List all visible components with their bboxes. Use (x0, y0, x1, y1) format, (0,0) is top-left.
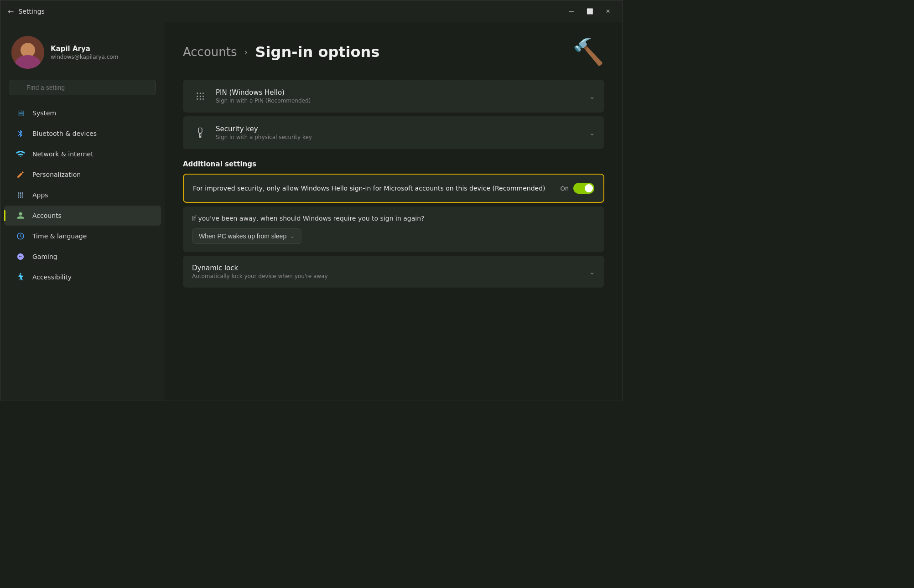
pin-title: PIN (Windows Hello) (216, 88, 582, 97)
sidebar-item-personalization[interactable]: Personalization (4, 165, 161, 185)
svg-point-3 (203, 93, 204, 94)
minimize-button[interactable]: — (564, 6, 579, 17)
windows-hello-card: For improved security, only allow Window… (183, 174, 604, 203)
svg-point-9 (203, 98, 204, 100)
dynamic-lock-row[interactable]: Dynamic lock Automatically lock your dev… (183, 256, 604, 288)
personalization-icon (15, 169, 26, 180)
nav: 🖥 System Bluetooth & devices Network & i… (0, 103, 165, 288)
system-icon: 🖥 (15, 108, 26, 119)
security-key-chevron: ⌄ (589, 129, 595, 137)
close-button[interactable]: ✕ (601, 6, 615, 17)
user-profile: Kapil Arya windows@kapilarya.com (0, 31, 165, 80)
bluetooth-icon (15, 128, 26, 139)
user-email: windows@kapilarya.com (51, 54, 118, 60)
search-input[interactable] (10, 80, 156, 95)
windows-hello-text: For improved security, only allow Window… (193, 184, 553, 193)
away-dropdown-value: When PC wakes up from sleep (199, 232, 286, 240)
security-key-icon (192, 124, 208, 141)
pin-icon (192, 88, 208, 104)
sidebar-label-bluetooth: Bluetooth & devices (32, 130, 97, 137)
svg-point-4 (197, 96, 198, 97)
sidebar-label-apps: Apps (32, 191, 48, 199)
titlebar-left: ← Settings (8, 7, 45, 16)
svg-rect-11 (199, 133, 202, 138)
svg-rect-10 (198, 128, 202, 134)
sidebar-label-gaming: Gaming (32, 253, 57, 260)
pin-subtitle: Sign in with a PIN (Recommended) (216, 98, 582, 104)
toggle-label: On (561, 185, 569, 192)
svg-point-6 (203, 96, 204, 97)
breadcrumb-arrow: › (244, 46, 248, 57)
sidebar-item-accessibility[interactable]: Accessibility (4, 267, 161, 287)
pin-chevron: ⌄ (589, 92, 595, 101)
security-key-card: Security key Sign in with a physical sec… (183, 116, 604, 149)
back-button[interactable]: ← (8, 7, 14, 16)
away-question: If you've been away, when should Windows… (192, 215, 595, 222)
dynamic-lock-card: Dynamic lock Automatically lock your dev… (183, 256, 604, 288)
sidebar-item-bluetooth[interactable]: Bluetooth & devices (4, 124, 161, 144)
sidebar-label-accessibility: Accessibility (32, 273, 72, 281)
security-key-title: Security key (216, 125, 582, 133)
dropdown-arrow-icon: ⌄ (290, 233, 295, 239)
content: Accounts › Sign-in options 🔨 PIN (Window… (165, 22, 623, 401)
dynamic-lock-title: Dynamic lock (192, 264, 582, 272)
pin-text: PIN (Windows Hello) Sign in with a PIN (… (216, 88, 582, 104)
search-wrapper: 🔍 (10, 80, 156, 95)
dynamic-lock-subtitle: Automatically lock your device when you'… (192, 273, 582, 279)
svg-point-5 (200, 96, 201, 97)
sidebar-label-time: Time & language (32, 232, 87, 240)
security-key-row[interactable]: Security key Sign in with a physical sec… (183, 116, 604, 149)
windows-hello-row: For improved security, only allow Window… (184, 175, 603, 202)
sidebar-item-accounts[interactable]: Accounts (4, 206, 161, 226)
apps-icon (15, 190, 26, 201)
sidebar-label-system: System (32, 109, 56, 117)
titlebar-title: Settings (18, 8, 44, 15)
svg-rect-12 (200, 134, 201, 135)
sidebar-label-personalization: Personalization (32, 171, 81, 178)
network-icon (15, 149, 26, 160)
breadcrumb[interactable]: Accounts (183, 45, 237, 59)
svg-point-8 (200, 98, 201, 100)
additional-settings-heading: Additional settings (183, 160, 604, 168)
sidebar-item-apps[interactable]: Apps (4, 185, 161, 205)
sidebar-label-accounts: Accounts (32, 212, 62, 219)
main-layout: Kapil Arya windows@kapilarya.com 🔍 🖥 Sys… (0, 22, 623, 401)
pin-row[interactable]: PIN (Windows Hello) Sign in with a PIN (… (183, 80, 604, 113)
user-name: Kapil Arya (51, 45, 118, 53)
accessibility-icon (15, 272, 26, 283)
dynamic-lock-text: Dynamic lock Automatically lock your dev… (192, 264, 582, 279)
pin-card: PIN (Windows Hello) Sign in with a PIN (… (183, 80, 604, 113)
windows-hello-toggle[interactable] (573, 183, 594, 194)
sidebar-label-network: Network & internet (32, 150, 93, 158)
away-dropdown[interactable]: When PC wakes up from sleep ⌄ (192, 228, 301, 244)
security-key-subtitle: Sign in with a physical security key (216, 134, 582, 140)
page-header: Accounts › Sign-in options 🔨 (183, 37, 604, 67)
search-container: 🔍 (0, 80, 165, 103)
sidebar: Kapil Arya windows@kapilarya.com 🔍 🖥 Sys… (0, 22, 165, 401)
svg-point-0 (20, 273, 21, 274)
security-key-text: Security key Sign in with a physical sec… (216, 125, 582, 140)
gaming-icon (15, 251, 26, 262)
sidebar-item-time[interactable]: Time & language (4, 226, 161, 246)
dynamic-lock-chevron: ⌄ (589, 268, 595, 276)
svg-point-2 (200, 93, 201, 94)
hammer-icon: 🔨 (572, 37, 604, 67)
sidebar-item-system[interactable]: 🖥 System (4, 103, 161, 123)
windows-hello-description: For improved security, only allow Window… (193, 184, 553, 193)
accounts-icon (15, 210, 26, 221)
toggle-container: On (561, 183, 594, 194)
sidebar-item-network[interactable]: Network & internet (4, 144, 161, 164)
svg-point-7 (197, 98, 198, 100)
titlebar: ← Settings — ⬜ ✕ (0, 0, 623, 22)
avatar (11, 36, 44, 69)
away-card: If you've been away, when should Windows… (183, 206, 604, 252)
user-info: Kapil Arya windows@kapilarya.com (51, 45, 118, 60)
page-title: Sign-in options (255, 43, 380, 61)
titlebar-controls: — ⬜ ✕ (564, 6, 615, 17)
svg-point-1 (197, 93, 198, 94)
time-icon (15, 231, 26, 242)
sidebar-item-gaming[interactable]: Gaming (4, 247, 161, 267)
svg-rect-13 (200, 135, 201, 136)
maximize-button[interactable]: ⬜ (582, 6, 597, 17)
